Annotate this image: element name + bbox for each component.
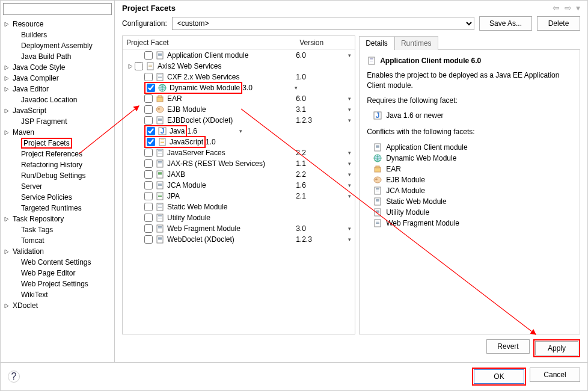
facet-row[interactable]: WebDoclet (XDoclet)1.2.3▾ — [123, 234, 355, 245]
dropdown-icon[interactable]: ▾ — [576, 3, 580, 13]
sidebar-item-web-content-settings[interactable]: Web Content Settings — [1, 257, 114, 268]
sidebar-item-deployment-assembly[interactable]: Deployment Assembly — [1, 40, 114, 51]
tab-runtimes[interactable]: Runtimes — [394, 36, 438, 50]
sidebar-item-jsp-fragment[interactable]: JSP Fragment — [1, 116, 114, 127]
sidebar-item-task-repository[interactable]: Task Repository — [1, 214, 114, 224]
version-dropdown-icon[interactable]: ▾ — [344, 182, 355, 188]
facet-checkbox[interactable] — [144, 170, 153, 179]
sidebar-item-java-editor[interactable]: Java Editor — [1, 84, 114, 94]
sidebar-item-xdoclet[interactable]: XDoclet — [1, 300, 114, 311]
facet-row[interactable]: JJava1.6▾ — [123, 126, 355, 137]
sidebar-item-javadoc-location[interactable]: Javadoc Location — [1, 94, 114, 105]
sidebar-item-refactoring-history[interactable]: Refactoring History — [1, 159, 114, 170]
facet-row[interactable]: JCA Module1.6▾ — [123, 180, 355, 191]
help-icon[interactable]: ? — [8, 371, 20, 383]
facet-checkbox[interactable] — [135, 62, 143, 70]
facet-row[interactable]: CXF 2.x Web Services1.0 — [123, 72, 355, 82]
facet-row[interactable]: JPA2.1▾ — [123, 191, 355, 202]
expand-icon[interactable] — [126, 64, 135, 69]
sidebar-item-service-policies[interactable]: Service Policies — [1, 192, 114, 203]
facet-checkbox[interactable] — [144, 149, 153, 157]
version-dropdown-icon[interactable]: ▾ — [344, 52, 355, 58]
facet-checkbox[interactable] — [144, 203, 153, 211]
version-dropdown-icon[interactable]: ▾ — [344, 117, 355, 123]
sidebar-item-server[interactable]: Server — [1, 181, 114, 192]
version-dropdown-icon[interactable]: ▾ — [290, 85, 301, 91]
configuration-select[interactable]: <custom> — [172, 17, 474, 30]
expand-icon[interactable] — [4, 87, 11, 92]
facet-checkbox[interactable] — [147, 138, 155, 146]
facet-checkbox[interactable] — [144, 192, 153, 200]
facet-checkbox[interactable] — [144, 159, 153, 168]
facet-row[interactable]: EJB Module3.1▾ — [123, 104, 355, 115]
facet-row[interactable]: Dynamic Web Module3.0▾ — [123, 82, 355, 93]
facet-checkbox[interactable] — [144, 73, 153, 81]
sidebar-item-project-references[interactable]: Project References — [1, 149, 114, 159]
version-dropdown-icon[interactable]: ▾ — [344, 150, 355, 156]
sidebar-item-web-project-settings[interactable]: Web Project Settings — [1, 279, 114, 289]
version-dropdown-icon[interactable]: ▾ — [344, 161, 355, 167]
facet-row[interactable]: EJBDoclet (XDoclet)1.2.3▾ — [123, 115, 355, 126]
sidebar-item-task-tags[interactable]: Task Tags — [1, 224, 114, 235]
facet-row[interactable]: JavaScript1.0 — [123, 137, 355, 147]
sidebar-item-run-debug-settings[interactable]: Run/Debug Settings — [1, 170, 114, 181]
sidebar-item-maven[interactable]: Maven — [1, 127, 114, 138]
sidebar-item-validation[interactable]: Validation — [1, 246, 114, 257]
save-as-button[interactable]: Save As... — [479, 16, 532, 31]
expand-icon[interactable] — [4, 130, 11, 135]
expand-icon[interactable] — [4, 303, 11, 309]
ok-button[interactable]: OK — [474, 369, 524, 384]
expand-icon[interactable] — [4, 76, 11, 81]
facet-row[interactable]: Axis2 Web Services — [123, 61, 355, 72]
back-icon[interactable]: ⇦ — [553, 3, 560, 13]
filter-input[interactable] — [3, 3, 112, 15]
facet-row[interactable]: Application Client module6.0▾ — [123, 50, 355, 61]
facet-checkbox[interactable] — [147, 127, 155, 135]
facet-row[interactable]: Utility Module — [123, 212, 355, 223]
sidebar-item-java-build-path[interactable]: Java Build Path — [1, 51, 114, 62]
sidebar-item-javascript[interactable]: JavaScript — [1, 105, 114, 116]
sidebar-item-wikitext[interactable]: WikiText — [1, 289, 114, 300]
version-dropdown-icon[interactable]: ▾ — [344, 226, 355, 232]
facet-checkbox[interactable] — [144, 235, 153, 244]
version-dropdown-icon[interactable]: ▾ — [344, 193, 355, 199]
sidebar-item-targeted-runtimes[interactable]: Targeted Runtimes — [1, 203, 114, 214]
facet-checkbox[interactable] — [144, 94, 153, 103]
expand-icon[interactable] — [4, 217, 11, 222]
col-header-facet[interactable]: Project Facet — [123, 36, 296, 49]
facet-row[interactable]: JavaServer Faces2.2▾ — [123, 147, 355, 158]
sidebar-item-builders[interactable]: Builders — [1, 29, 114, 40]
facet-row[interactable]: Static Web Module — [123, 202, 355, 212]
facet-row[interactable]: JAXB2.2▾ — [123, 169, 355, 180]
facet-checkbox[interactable] — [147, 84, 155, 92]
sidebar-item-java-compiler[interactable]: Java Compiler — [1, 73, 114, 84]
facet-checkbox[interactable] — [144, 214, 153, 222]
version-dropdown-icon[interactable]: ▾ — [344, 236, 355, 242]
sidebar-item-web-page-editor[interactable]: Web Page Editor — [1, 268, 114, 279]
facet-row[interactable]: JAX-RS (REST Web Services)1.1▾ — [123, 158, 355, 169]
delete-button[interactable]: Delete — [537, 16, 580, 31]
sidebar-item-java-code-style[interactable]: Java Code Style — [1, 62, 114, 73]
facet-row[interactable]: Web Fragment Module3.0▾ — [123, 223, 355, 234]
apply-button[interactable]: Apply — [535, 341, 578, 356]
revert-button[interactable]: Revert — [486, 339, 530, 354]
version-dropdown-icon[interactable]: ▾ — [235, 128, 246, 134]
expand-icon[interactable] — [4, 108, 11, 114]
facet-checkbox[interactable] — [144, 51, 153, 60]
expand-icon[interactable] — [4, 65, 11, 70]
fwd-icon[interactable]: ⇨ — [565, 3, 572, 13]
facet-row[interactable]: EAR6.0▾ — [123, 93, 355, 104]
expand-icon[interactable] — [4, 249, 11, 254]
cancel-button[interactable]: Cancel — [530, 368, 580, 382]
facet-checkbox[interactable] — [144, 181, 153, 189]
facet-checkbox[interactable] — [144, 224, 153, 233]
version-dropdown-icon[interactable]: ▾ — [344, 96, 355, 102]
sidebar-item-project-facets[interactable]: Project Facets — [1, 138, 114, 149]
facet-checkbox[interactable] — [144, 116, 153, 125]
version-dropdown-icon[interactable]: ▾ — [344, 171, 355, 177]
expand-icon[interactable] — [4, 22, 11, 27]
col-header-version[interactable]: Version — [296, 36, 344, 49]
facet-checkbox[interactable] — [144, 105, 153, 114]
sidebar-item-tomcat[interactable]: Tomcat — [1, 235, 114, 246]
tab-details[interactable]: Details — [359, 36, 394, 50]
